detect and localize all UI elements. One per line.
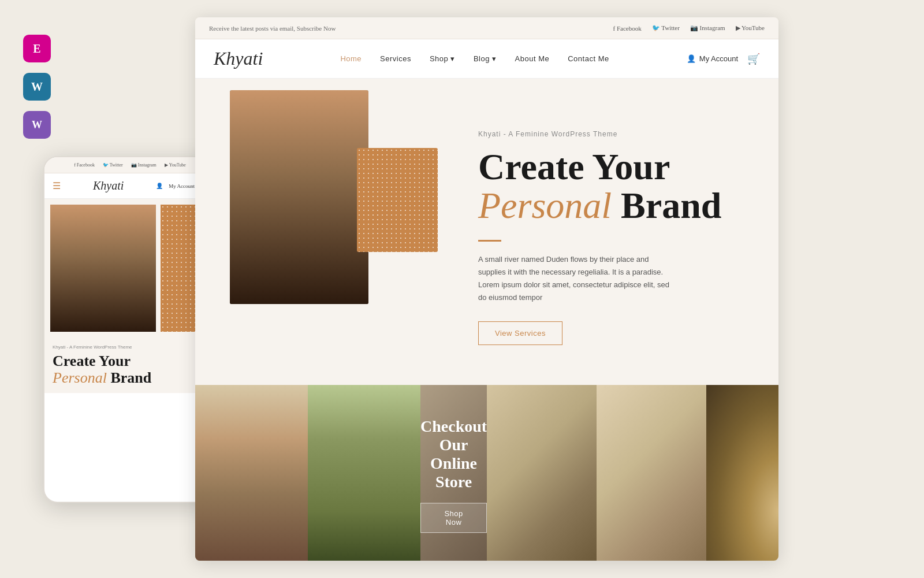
hero-divider — [478, 240, 501, 242]
mobile-hero-title: Create Your Personal Brand — [53, 353, 207, 386]
mobile-hero-subtitle: Khyati - A Feminine WordPress Theme — [53, 344, 207, 350]
mobile-account-label[interactable]: My Account — [169, 183, 195, 189]
social-links: f Facebook 🐦 Twitter 📷 Instagram ▶ YouTu… — [613, 24, 765, 32]
nav-links: Home Services Shop ▾ Blog ▾ About Me Con… — [340, 54, 609, 63]
shop-now-button[interactable]: Shop Now — [420, 503, 487, 533]
hero-side-image — [357, 148, 438, 252]
mobile-account-icon[interactable]: 👤 — [156, 183, 163, 189]
site-logo[interactable]: Khyati — [214, 48, 263, 69]
mobile-nav: ☰ Khyati 👤 My Account 🛒 — [44, 173, 215, 199]
youtube-link[interactable]: ▶ YouTube — [736, 24, 765, 32]
instagram-link[interactable]: 📷 Instagram — [690, 24, 725, 32]
account-icon: 👤 — [687, 54, 696, 63]
hero-content: Khyati - A Feminine WordPress Theme Crea… — [461, 79, 778, 385]
view-services-button[interactable]: View Services — [478, 321, 562, 345]
bottom-image-4 — [597, 385, 706, 561]
bottom-image-right — [706, 385, 778, 561]
hero-description: A small river named Duden flows by their… — [478, 253, 675, 304]
mobile-hero-main-image — [50, 205, 156, 332]
nav-blog[interactable]: Blog ▾ — [474, 54, 497, 63]
hero-main-image — [230, 90, 368, 304]
bottom-middle-section: Checkout Our Online Store Shop Now — [420, 385, 487, 561]
mobile-hero-content: Khyati - A Feminine WordPress Theme Crea… — [44, 338, 215, 393]
mobile-logo: Khyati — [93, 179, 124, 192]
checkout-title: Checkout Our Online Store — [420, 417, 487, 491]
mobile-facebook-link[interactable]: f Facebook — [74, 162, 95, 168]
nav-account[interactable]: 👤 My Account — [687, 54, 738, 63]
nav-about[interactable]: About Me — [515, 54, 550, 63]
bottom-image-2 — [308, 385, 420, 561]
mobile-twitter-link[interactable]: 🐦 Twitter — [103, 162, 123, 168]
hero-section: Khyati - A Feminine WordPress Theme Crea… — [195, 79, 778, 385]
cart-icon[interactable]: 🛒 — [747, 53, 760, 65]
nav-home[interactable]: Home — [340, 54, 362, 63]
wordpress-icon[interactable]: W — [23, 73, 51, 101]
subscribe-text: Receive the latest posts via email, Subs… — [209, 25, 336, 32]
bottom-image-1 — [195, 385, 308, 561]
bottom-section: Checkout Our Online Store Shop Now — [195, 385, 778, 561]
mobile-mockup: f Facebook 🐦 Twitter 📷 Instagram ▶ YouTu… — [43, 156, 217, 503]
mobile-instagram-link[interactable]: 📷 Instagram — [131, 162, 157, 168]
sidebar: E W W — [23, 35, 51, 139]
elementor-icon[interactable]: E — [23, 35, 51, 62]
mobile-hamburger-icon[interactable]: ☰ — [53, 180, 61, 191]
hero-images — [195, 79, 461, 385]
hero-title: Create Your Personal Brand — [478, 147, 744, 225]
twitter-link[interactable]: 🐦 Twitter — [652, 24, 680, 32]
nav-bar: Khyati Home Services Shop ▾ Blog ▾ About… — [195, 39, 778, 79]
nav-contact[interactable]: Contact Me — [568, 54, 609, 63]
nav-services[interactable]: Services — [380, 54, 411, 63]
hero-subtitle: Khyati - A Feminine WordPress Theme — [478, 130, 744, 138]
browser-frame: Receive the latest posts via email, Subs… — [195, 17, 778, 561]
top-bar: Receive the latest posts via email, Subs… — [195, 17, 778, 39]
nav-shop[interactable]: Shop ▾ — [430, 54, 455, 63]
mobile-youtube-link[interactable]: ▶ YouTube — [165, 162, 186, 168]
mobile-topbar: f Facebook 🐦 Twitter 📷 Instagram ▶ YouTu… — [44, 157, 215, 173]
facebook-link[interactable]: f Facebook — [613, 25, 642, 32]
mobile-hero-images — [44, 199, 215, 338]
nav-right: 👤 My Account 🛒 — [687, 53, 760, 65]
woo-icon[interactable]: W — [23, 111, 51, 139]
bottom-image-3 — [487, 385, 597, 561]
